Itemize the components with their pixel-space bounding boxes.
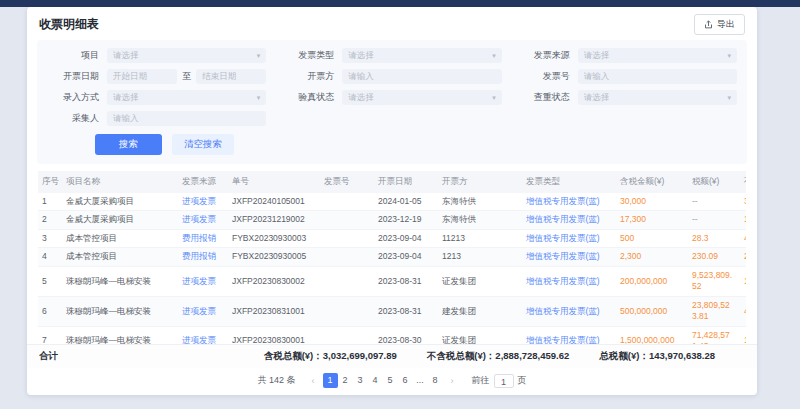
cell-invoice-source: 进项发票 <box>178 266 228 296</box>
cell-project-name: 成本管控项目 <box>62 229 178 247</box>
filter-invoice-date-range: 开始日期至结束日期 <box>107 69 266 84</box>
table-header-row: 序号项目名称发票来源单号发票号开票日期开票方发票类型含税金额(¥)税额(¥)不含… <box>38 171 746 193</box>
export-button[interactable]: 导出 <box>694 14 745 35</box>
cell-invoice-date: 2023-09-04 <box>374 229 438 247</box>
cell-invoice-type: 增值税专用发票(蓝) <box>522 211 616 229</box>
cell-invoice-no <box>320 248 374 266</box>
cell-invoice-no <box>320 193 374 211</box>
cell-project-name: 珠穆朗玛峰—电梯安装 <box>62 266 178 296</box>
more-pages-button[interactable]: ... <box>413 373 428 388</box>
cell-order-no: FYBX20230930003 <box>228 229 320 247</box>
chevron-down-icon: ▾ <box>492 94 496 102</box>
table-row: 5珠穆朗玛峰—电梯安装进项发票JXFP202308300022023-08-31… <box>38 266 746 296</box>
filter-issuer-label: 开票方 <box>282 70 334 83</box>
invoice-detail-card: 收票明细表 导出 项目请选择▾发票类型请选择▾发票来源请选择▾开票日期开始日期至… <box>27 7 757 395</box>
cell-order-no: JXFP20240105001 <box>228 193 320 211</box>
filter-invoice-no-input[interactable]: 请输入 <box>578 69 737 84</box>
filter-entry-method-select[interactable]: 请选择▾ <box>107 90 266 105</box>
page-button-6[interactable]: 6 <box>398 373 413 388</box>
filter-invoice-date-label: 开票日期 <box>47 70 99 83</box>
cell-order-no: FYBX20230930005 <box>228 248 320 266</box>
pagination: 共 142 条 ‹ 123456...8 › 前往 1 页 <box>27 368 757 395</box>
summary-tax-included-total: 含税总额(¥)：3,032,699,097.89 <box>264 350 397 363</box>
chevron-down-icon: ▾ <box>492 52 496 60</box>
cell-issuer: 证发集团 <box>438 266 522 296</box>
placeholder-text: 请选择 <box>584 92 610 104</box>
cell-issuer: 11213 <box>438 229 522 247</box>
cell-invoice-date: 2023-08-30 <box>374 326 438 344</box>
cell-invoice-no <box>320 211 374 229</box>
filter-grid: 项目请选择▾发票类型请选择▾发票来源请选择▾开票日期开始日期至结束日期开票方请输… <box>47 48 737 126</box>
cell-tax-amount: -- <box>688 193 740 211</box>
placeholder-text: 请选择 <box>113 92 139 104</box>
cell-order-no: JXFP20231219002 <box>228 211 320 229</box>
placeholder-text: 请输入 <box>584 71 610 83</box>
filter-invoice-date-start-input[interactable]: 开始日期 <box>107 69 177 84</box>
summary-tax-excluded-total-label: 不含税总额(¥)： <box>427 350 496 361</box>
summary-tax-total: 总税额(¥)：143,970,638.28 <box>599 350 715 363</box>
summary-tax-total-value: 143,970,638.28 <box>649 350 715 361</box>
filter-invoice-source: 发票来源请选择▾ <box>518 48 737 63</box>
filter-issuer: 开票方请输入 <box>282 69 501 84</box>
col-project-name: 项目名称 <box>62 171 178 193</box>
filter-invoice-source-select[interactable]: 请选择▾ <box>578 48 737 63</box>
search-button[interactable]: 搜索 <box>95 134 162 155</box>
filter-invoice-type-select[interactable]: 请选择▾ <box>342 48 501 63</box>
cell-tax-amount: 28.3 <box>688 229 740 247</box>
card-header: 收票明细表 导出 <box>27 7 757 40</box>
summary-tax-included-total-value: 3,032,699,097.89 <box>323 350 397 361</box>
cell-amount-with-tax: 30,000 <box>616 193 688 211</box>
cell-amount-without-tax: 1,428,571,428.57 <box>740 326 746 344</box>
date-range-separator: 至 <box>182 70 191 83</box>
col-invoice-type: 发票类型 <box>522 171 616 193</box>
filter-project-select[interactable]: 请选择▾ <box>107 48 266 63</box>
cell-invoice-source: 费用报销 <box>178 248 228 266</box>
cell-amount-without-tax: 476,190,476.19 <box>740 296 746 326</box>
cell-invoice-no <box>320 266 374 296</box>
filter-collector-input[interactable]: 请输入 <box>107 111 266 126</box>
cell-amount-without-tax: 190,476,190.48 <box>740 266 746 296</box>
page-button-1[interactable]: 1 <box>323 373 338 388</box>
page-button-5[interactable]: 5 <box>383 373 398 388</box>
filter-invoice-type: 发票类型请选择▾ <box>282 48 501 63</box>
cell-tax-amount: -- <box>688 211 740 229</box>
cell-index: 4 <box>38 248 62 266</box>
filter-recheck-status: 查重状态请选择▾ <box>518 90 737 105</box>
filter-verify-status-select[interactable]: 请选择▾ <box>342 90 501 105</box>
goto-page-suffix: 页 <box>518 374 527 387</box>
next-page-button[interactable]: › <box>448 376 457 386</box>
cell-issuer: 证发集团 <box>438 326 522 344</box>
cell-invoice-date: 2023-08-31 <box>374 296 438 326</box>
filter-entry-method-label: 录入方式 <box>47 91 99 104</box>
cell-index: 3 <box>38 229 62 247</box>
table-row: 2金威大厦采购项目进项发票JXFP202312190022023-12-19东海… <box>38 211 746 229</box>
col-order-no: 单号 <box>228 171 320 193</box>
page-button-3[interactable]: 3 <box>353 373 368 388</box>
cell-invoice-no <box>320 326 374 344</box>
cell-issuer: 东海特供 <box>438 211 522 229</box>
cell-project-name: 金威大厦采购项目 <box>62 211 178 229</box>
page-button-4[interactable]: 4 <box>368 373 383 388</box>
cell-amount-without-tax: 17,300 <box>740 211 746 229</box>
table-row: 1金威大厦采购项目进项发票JXFP202401050012024-01-05东海… <box>38 193 746 211</box>
col-tax-amount: 税额(¥) <box>688 171 740 193</box>
filter-issuer-input[interactable]: 请输入 <box>342 69 501 84</box>
cell-index: 5 <box>38 266 62 296</box>
filter-panel: 项目请选择▾发票类型请选择▾发票来源请选择▾开票日期开始日期至结束日期开票方请输… <box>37 40 747 164</box>
summary-tax-total-label: 总税额(¥)： <box>599 350 649 361</box>
goto-page-input[interactable]: 1 <box>494 374 514 388</box>
filter-invoice-date-end-input[interactable]: 结束日期 <box>196 69 266 84</box>
col-invoice-date: 开票日期 <box>374 171 438 193</box>
clear-search-button[interactable]: 清空搜索 <box>172 134 234 155</box>
cell-invoice-type: 增值税专用发票(蓝) <box>522 266 616 296</box>
placeholder-text: 请选择 <box>348 92 374 104</box>
prev-page-button[interactable]: ‹ <box>309 376 318 386</box>
placeholder-text: 请输入 <box>113 113 139 125</box>
page-button-2[interactable]: 2 <box>338 373 353 388</box>
filter-collector-label: 采集人 <box>47 112 99 125</box>
filter-recheck-status-select[interactable]: 请选择▾ <box>578 90 737 105</box>
filter-invoice-no: 发票号请输入 <box>518 69 737 84</box>
cell-invoice-source: 进项发票 <box>178 193 228 211</box>
page-button-8[interactable]: 8 <box>428 373 443 388</box>
pagination-total: 共 142 条 <box>257 374 295 387</box>
